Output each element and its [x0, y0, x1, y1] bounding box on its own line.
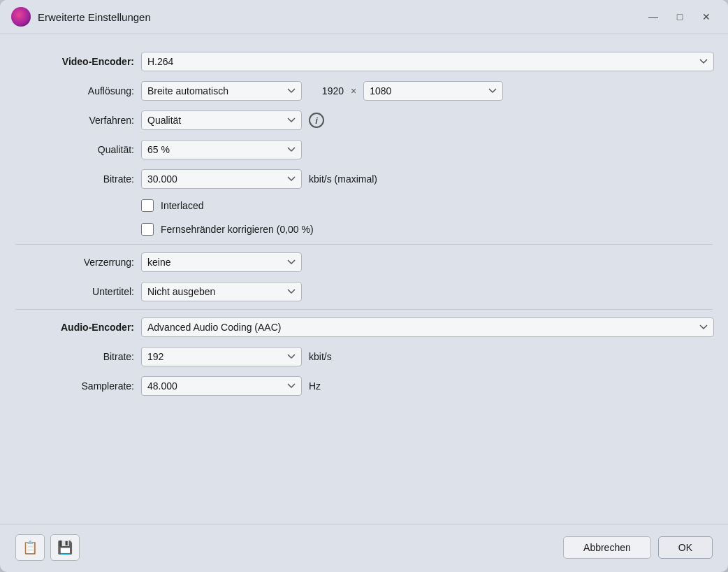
audio-bitrate-control: 192 kbit/s [141, 347, 713, 366]
audio-bitrate-suffix: kbit/s [309, 351, 332, 362]
interlaced-checkbox[interactable] [141, 199, 154, 212]
audio-encoder-row: Audio-Encoder: Advanced Audio Coding (AA… [15, 313, 713, 342]
qualitaet-select[interactable]: 65 % [141, 140, 302, 159]
untertitel-label: Untertitel: [15, 286, 134, 297]
audio-bitrate-select[interactable]: 192 [141, 347, 302, 366]
resolution-select[interactable]: Breite automatisch [141, 81, 302, 101]
video-encoder-label: Video-Encoder: [15, 56, 134, 67]
tv-border-checkbox[interactable] [141, 223, 154, 236]
titlebar: Erweiterte Einstellungen — □ ✕ [0, 0, 728, 34]
verzerrung-row: Verzerrung: keine [15, 248, 713, 277]
resolution-dimensions: 1920 × 1080 [309, 81, 503, 101]
verzerrung-label: Verzerrung: [15, 257, 134, 268]
save-icon: 💾 [57, 540, 73, 555]
resolution-height-select[interactable]: 1080 [363, 81, 503, 101]
bitrate-control: 30.000 kbit/s (maximal) [141, 169, 713, 189]
ok-button[interactable]: OK [658, 536, 713, 559]
qualitaet-control: 65 % [141, 140, 713, 159]
resolution-control: Breite automatisch 1920 × 1080 [141, 81, 713, 101]
bitrate-label: Bitrate: [15, 173, 134, 185]
audio-bitrate-row: Bitrate: 192 kbit/s [15, 342, 713, 371]
divider-1 [15, 244, 713, 245]
video-encoder-select[interactable]: H.264 [141, 52, 714, 71]
window-controls: — □ ✕ [643, 9, 717, 24]
footer-right: Abbrechen OK [563, 536, 713, 559]
app-icon [11, 7, 31, 27]
close-button[interactable]: ✕ [696, 9, 717, 24]
video-encoder-control: H.264 [141, 52, 714, 71]
load-icon: 📋 [22, 540, 38, 555]
video-encoder-row: Video-Encoder: H.264 [15, 47, 713, 76]
untertitel-row: Untertitel: Nicht ausgeben [15, 277, 713, 306]
samplerate-select[interactable]: 48.000 [141, 376, 302, 396]
interlaced-row: Interlaced [15, 194, 713, 217]
qualitaet-label: Qualität: [15, 144, 134, 155]
resolution-x-separator: × [351, 85, 356, 96]
maximize-button[interactable]: □ [669, 9, 690, 24]
resolution-width: 1920 [309, 85, 344, 96]
load-preset-button[interactable]: 📋 [15, 534, 45, 561]
verfahren-row: Verfahren: Qualität i [15, 106, 713, 135]
tv-border-label[interactable]: Fernsehränder korrigieren (0,00 %) [161, 224, 314, 235]
untertitel-select[interactable]: Nicht ausgeben [141, 282, 302, 301]
footer: 📋 💾 Abbrechen OK [0, 524, 728, 572]
samplerate-suffix: Hz [309, 380, 321, 392]
verzerrung-control: keine [141, 252, 713, 272]
audio-encoder-select[interactable]: Advanced Audio Coding (AAC) [141, 317, 714, 337]
resolution-row: Auflösung: Breite automatisch 1920 × 108… [15, 76, 713, 106]
verzerrung-select[interactable]: keine [141, 252, 302, 272]
verfahren-select[interactable]: Qualität [141, 110, 302, 130]
audio-bitrate-label: Bitrate: [15, 351, 134, 362]
form-content: Video-Encoder: H.264 Auflösung: Breite a… [0, 34, 728, 524]
tv-border-row: Fernsehränder korrigieren (0,00 %) [15, 217, 713, 241]
samplerate-row: Samplerate: 48.000 Hz [15, 371, 713, 401]
minimize-button[interactable]: — [643, 9, 664, 24]
verfahren-control: Qualität i [141, 110, 713, 130]
audio-encoder-label: Audio-Encoder: [15, 322, 134, 333]
window-title: Erweiterte Einstellungen [38, 11, 636, 23]
bitrate-row: Bitrate: 30.000 kbit/s (maximal) [15, 164, 713, 194]
qualitaet-row: Qualität: 65 % [15, 135, 713, 164]
bitrate-select[interactable]: 30.000 [141, 169, 302, 189]
untertitel-control: Nicht ausgeben [141, 282, 713, 301]
resolution-label: Auflösung: [15, 85, 134, 96]
divider-2 [15, 309, 713, 310]
samplerate-control: 48.000 Hz [141, 376, 713, 396]
bitrate-suffix: kbit/s (maximal) [309, 173, 377, 185]
audio-encoder-control: Advanced Audio Coding (AAC) [141, 317, 714, 337]
footer-left: 📋 💾 [15, 534, 80, 561]
main-window: Erweiterte Einstellungen — □ ✕ Video-Enc… [0, 0, 728, 572]
save-preset-button[interactable]: 💾 [50, 534, 80, 561]
interlaced-label[interactable]: Interlaced [161, 200, 203, 211]
info-icon[interactable]: i [309, 113, 324, 128]
samplerate-label: Samplerate: [15, 380, 134, 392]
verfahren-label: Verfahren: [15, 115, 134, 126]
cancel-button[interactable]: Abbrechen [563, 536, 651, 559]
